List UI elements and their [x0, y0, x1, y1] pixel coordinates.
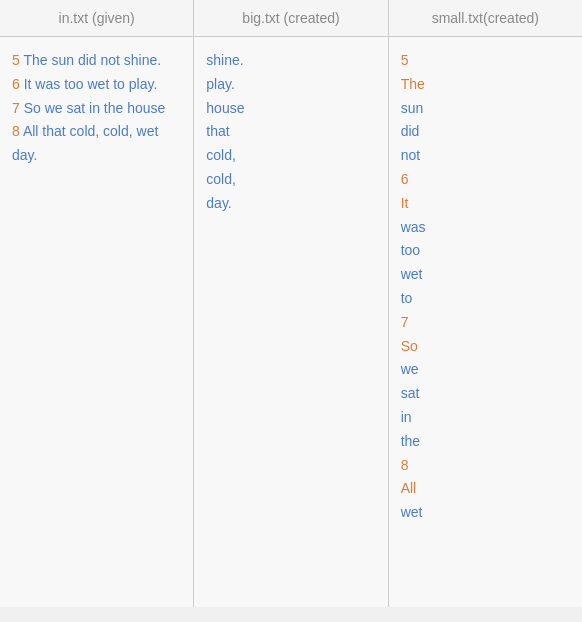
- list-item: cold,: [206, 168, 375, 192]
- table-row: 8 All that cold, cold, wet day.: [12, 120, 181, 168]
- table-body: 5 The sun did not shine.6 It was too wet…: [0, 37, 582, 607]
- table-row: 6 It was too wet to play.: [12, 73, 181, 97]
- list-item: play.: [206, 73, 375, 97]
- list-item: 6: [401, 168, 570, 192]
- list-item: the: [401, 430, 570, 454]
- col1-header: in.txt (given): [0, 0, 194, 36]
- list-item: house: [206, 97, 375, 121]
- col2-header: big.txt (created): [194, 0, 388, 36]
- table-row: 5 The sun did not shine.: [12, 49, 181, 73]
- col1-body: 5 The sun did not shine.6 It was too wet…: [0, 37, 194, 607]
- list-item: day.: [206, 192, 375, 216]
- col3-body: 5Thesundidnot6Itwastoowetto7Sowesatinthe…: [389, 37, 582, 607]
- list-item: The: [401, 73, 570, 97]
- list-item: 5: [401, 49, 570, 73]
- list-item: to: [401, 287, 570, 311]
- table-header: in.txt (given) big.txt (created) small.t…: [0, 0, 582, 37]
- list-item: we: [401, 358, 570, 382]
- list-item: cold,: [206, 144, 375, 168]
- list-item: 7: [401, 311, 570, 335]
- list-item: 8: [401, 454, 570, 478]
- list-item: wet: [401, 263, 570, 287]
- list-item: sun: [401, 97, 570, 121]
- list-item: was: [401, 216, 570, 240]
- list-item: wet: [401, 501, 570, 525]
- table-row: 7 So we sat in the house: [12, 97, 181, 121]
- list-item: It: [401, 192, 570, 216]
- list-item: So: [401, 335, 570, 359]
- col2-body: shine.play.housethatcold,cold,day.: [194, 37, 388, 607]
- table-container: in.txt (given) big.txt (created) small.t…: [0, 0, 582, 607]
- list-item: All: [401, 477, 570, 501]
- list-item: that: [206, 120, 375, 144]
- col3-header: small.txt(created): [389, 0, 582, 36]
- list-item: did: [401, 120, 570, 144]
- list-item: not: [401, 144, 570, 168]
- list-item: too: [401, 239, 570, 263]
- list-item: shine.: [206, 49, 375, 73]
- list-item: in: [401, 406, 570, 430]
- list-item: sat: [401, 382, 570, 406]
